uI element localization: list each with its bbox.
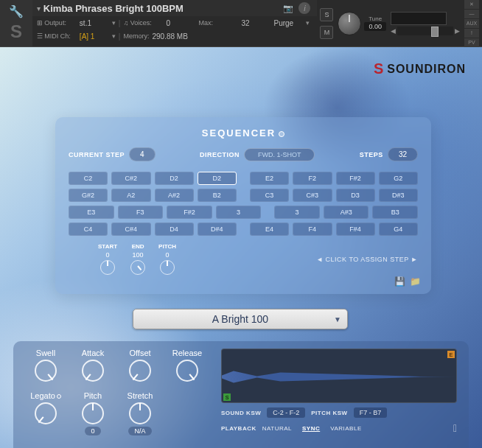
pan-left-icon[interactable]: ◀ bbox=[391, 27, 396, 35]
dropdown-arrow-icon[interactable]: ▾ bbox=[112, 19, 116, 27]
voices-value: 0 bbox=[166, 19, 195, 27]
solo-button[interactable]: S bbox=[320, 8, 333, 21]
step-cell[interactable]: 3 bbox=[216, 206, 262, 219]
collapse-arrow-icon[interactable]: ▾ bbox=[37, 4, 41, 13]
close-button[interactable]: ✕ bbox=[464, 0, 479, 9]
step-cell[interactable]: D2 bbox=[155, 172, 194, 185]
start-knob[interactable] bbox=[100, 260, 115, 275]
pitch-ksw-label: PITCH KSW bbox=[311, 410, 347, 416]
step-cell[interactable]: G4 bbox=[379, 223, 418, 236]
preset-dropdown[interactable]: A Bright 100 ▼ bbox=[133, 309, 348, 329]
wrench-icon[interactable]: 🔧 bbox=[9, 4, 24, 18]
step-cell[interactable]: G2 bbox=[379, 172, 418, 185]
pitch-label: PITCH bbox=[158, 243, 176, 250]
dropdown-arrow-icon[interactable]: ▾ bbox=[112, 32, 116, 40]
memory-label: Memory: bbox=[123, 32, 149, 40]
snapshot-camera-icon[interactable]: 📷 bbox=[282, 2, 294, 14]
playback-option-natural[interactable]: NATURAL bbox=[262, 425, 292, 432]
step-cell[interactable]: A2 bbox=[111, 189, 150, 202]
pitch-knob[interactable] bbox=[160, 260, 175, 275]
step-cell[interactable]: C#2 bbox=[111, 172, 150, 185]
pitch-ksw-value[interactable]: F7 - B7 bbox=[354, 407, 388, 418]
step-cell[interactable]: F#2 bbox=[167, 206, 212, 219]
stretch-knob[interactable] bbox=[129, 402, 151, 424]
mute-button[interactable]: M bbox=[320, 26, 333, 39]
step-cell[interactable]: C#4 bbox=[111, 223, 150, 236]
attack-label: Attack bbox=[82, 349, 105, 357]
step-cell[interactable]: E2 bbox=[250, 172, 289, 185]
legato-knob[interactable] bbox=[35, 402, 57, 424]
soundiron-brand: S SOUNDIRON bbox=[374, 60, 466, 77]
pan-right-icon[interactable]: ▶ bbox=[455, 27, 460, 35]
waveform-start-marker[interactable]: S bbox=[223, 393, 231, 401]
swell-knob[interactable] bbox=[35, 360, 57, 382]
step-cell[interactable]: F#4 bbox=[336, 223, 375, 236]
output-value[interactable]: st.1 bbox=[80, 19, 109, 27]
attack-knob[interactable] bbox=[82, 360, 104, 382]
legato-toggle-icon[interactable] bbox=[57, 394, 61, 399]
perf-pitch-knob[interactable] bbox=[82, 402, 104, 424]
step-cell[interactable]: G#2 bbox=[69, 189, 108, 202]
step-cell[interactable]: D#4 bbox=[198, 223, 237, 236]
purge-label[interactable]: Purge bbox=[273, 19, 303, 27]
stretch-value: N/A bbox=[128, 427, 151, 435]
max-voices-value[interactable]: 32 bbox=[241, 19, 270, 27]
end-value: 100 bbox=[133, 251, 144, 259]
step-cell[interactable]: F3 bbox=[118, 206, 164, 219]
step-cell[interactable]: D#3 bbox=[379, 189, 418, 202]
playback-option-sync[interactable]: SYNC bbox=[302, 425, 320, 432]
step-cell[interactable]: B3 bbox=[372, 206, 418, 219]
dropdown-arrow-icon[interactable]: ▾ bbox=[306, 19, 310, 27]
midi-channel-label: ☰ MIDI Ch: bbox=[37, 32, 77, 40]
step-cell[interactable]: A#2 bbox=[155, 189, 194, 202]
steps-value[interactable]: 32 bbox=[388, 147, 418, 161]
step-grid: C2C#2D2D2E2F2F#2G2G#2A2A#2B2C3C#3D3D#3E3… bbox=[69, 172, 418, 236]
quill-icon[interactable]: 𓆰 bbox=[453, 422, 457, 434]
info-icon[interactable]: i bbox=[298, 2, 310, 14]
end-knob[interactable] bbox=[130, 260, 145, 275]
step-cell[interactable]: E3 bbox=[69, 206, 114, 219]
step-cell[interactable]: E4 bbox=[250, 223, 289, 236]
playback-option-variable[interactable]: VARIABLE bbox=[330, 425, 362, 432]
preset-name: A Bright 100 bbox=[212, 313, 268, 325]
aux-button[interactable]: AUX bbox=[464, 19, 479, 28]
direction-selector[interactable]: FWD. 1-SHOT bbox=[244, 148, 315, 161]
start-value: 0 bbox=[106, 251, 110, 259]
max-label: Max: bbox=[198, 19, 238, 27]
step-cell[interactable]: F#2 bbox=[336, 172, 375, 185]
sequencer-power-icon[interactable] bbox=[279, 131, 284, 137]
step-cell[interactable]: A#3 bbox=[324, 206, 369, 219]
step-cell[interactable]: C2 bbox=[69, 172, 108, 185]
instrument-name: Kimba Phrases Bright 100BPM bbox=[43, 3, 281, 14]
waveform-display[interactable]: S E bbox=[221, 349, 457, 403]
brand-name: SOUNDIRON bbox=[387, 63, 466, 76]
step-cell[interactable]: D3 bbox=[336, 189, 375, 202]
tune-knob[interactable] bbox=[338, 12, 361, 35]
step-cell[interactable]: B2 bbox=[198, 189, 237, 202]
tune-value[interactable]: 0.00 bbox=[364, 22, 386, 31]
direction-label: DIRECTION bbox=[200, 151, 240, 158]
pv-button[interactable]: PV bbox=[464, 38, 479, 47]
offset-knob[interactable] bbox=[129, 360, 151, 382]
minimize-button[interactable]: — bbox=[464, 10, 479, 18]
step-cell[interactable]: D2 bbox=[198, 172, 237, 185]
release-label: Release bbox=[172, 349, 202, 357]
step-cell[interactable]: C#3 bbox=[293, 189, 332, 202]
step-cell[interactable]: F4 bbox=[293, 223, 332, 236]
load-preset-icon[interactable]: 📁 bbox=[410, 276, 421, 287]
save-preset-icon[interactable]: 💾 bbox=[394, 276, 405, 287]
step-cell[interactable]: C4 bbox=[69, 223, 108, 236]
volume-slider[interactable] bbox=[397, 27, 453, 35]
perf-pitch-label: Pitch bbox=[84, 391, 102, 400]
assign-step-hint[interactable]: ◄ CLICK TO ASSIGN STEP ► bbox=[316, 256, 418, 263]
waveform-end-marker[interactable]: E bbox=[447, 351, 455, 358]
step-cell[interactable]: F2 bbox=[293, 172, 332, 185]
step-cell[interactable]: D4 bbox=[155, 223, 194, 236]
exclamation-button[interactable]: ! bbox=[464, 29, 479, 38]
midi-channel-value[interactable]: [A] 1 bbox=[80, 32, 109, 41]
step-cell[interactable]: C3 bbox=[250, 189, 289, 202]
step-cell[interactable]: 3 bbox=[274, 206, 320, 219]
level-meter bbox=[391, 12, 447, 25]
sound-ksw-value[interactable]: C-2 - F-2 bbox=[267, 407, 305, 418]
release-knob[interactable] bbox=[176, 360, 198, 382]
